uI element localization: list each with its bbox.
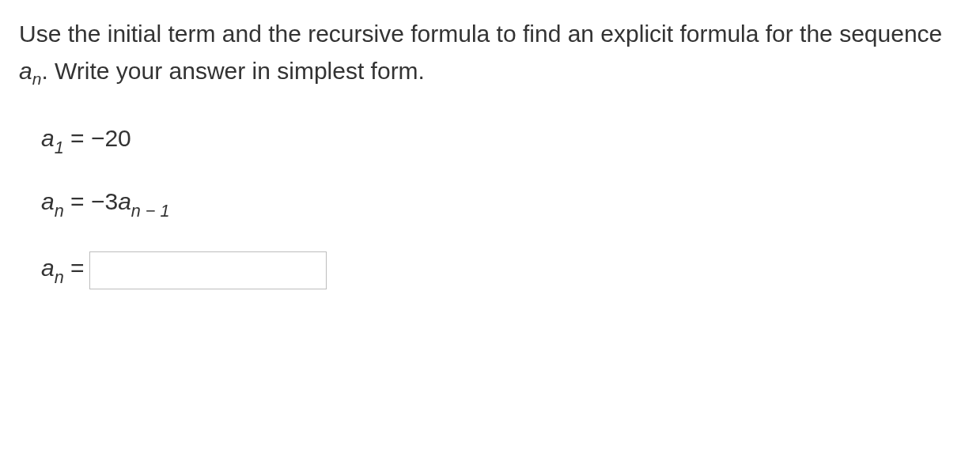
answer-lhs-sub: n xyxy=(55,267,64,287)
prompt-text-2: . Write your answer in simplest form. xyxy=(41,58,425,84)
initial-rhs: −20 xyxy=(91,125,131,151)
prompt-text-1: Use the initial term and the recursive f… xyxy=(19,21,942,47)
problem-prompt: Use the initial term and the recursive f… xyxy=(19,16,961,92)
answer-input[interactable] xyxy=(89,251,327,289)
answer-lhs-base: a xyxy=(41,255,55,281)
initial-lhs-sub: 1 xyxy=(55,138,64,157)
answer-equals: = xyxy=(64,255,85,281)
recursive-equals: = xyxy=(64,188,91,214)
recursive-lhs-sub: n xyxy=(55,201,64,221)
initial-lhs-base: a xyxy=(41,125,55,151)
recursive-lhs-base: a xyxy=(41,188,55,214)
recursive-rhs-sub: n − 1 xyxy=(131,201,170,221)
recursive-coef: −3 xyxy=(91,188,118,214)
initial-equals: = xyxy=(64,125,91,151)
equations-block: a1 = −20 an = −3an − 1 an = xyxy=(19,125,961,289)
recursive-rhs-base: a xyxy=(118,188,131,214)
sequence-variable-a: a xyxy=(19,58,32,84)
answer-equation: an = xyxy=(41,251,961,289)
initial-term-equation: a1 = −20 xyxy=(41,125,961,157)
recursive-equation: an = −3an − 1 xyxy=(41,188,961,220)
sequence-variable-subscript: n xyxy=(32,70,42,88)
